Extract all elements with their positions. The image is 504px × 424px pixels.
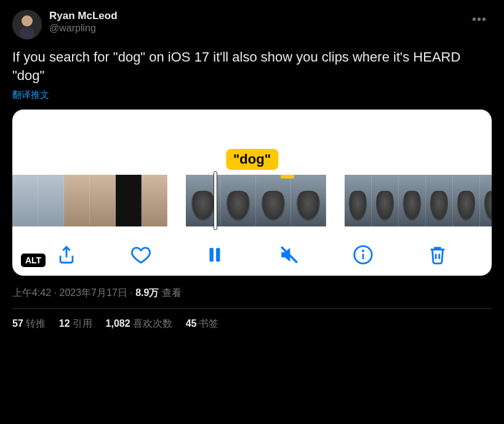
tweet-header: Ryan McLeod @warpling ••• xyxy=(12,10,492,39)
user-info[interactable]: Ryan McLeod @warpling xyxy=(49,10,460,34)
clip-thumbnail xyxy=(12,175,38,226)
bookmarks-stat[interactable]: 45书签 xyxy=(186,318,219,330)
svg-point-1 xyxy=(22,15,33,26)
playhead-indicator[interactable] xyxy=(214,171,217,230)
tweet-time: 上午4:42 xyxy=(12,287,51,298)
clip-thumbnail xyxy=(480,175,492,226)
likes-stat[interactable]: 1,082喜欢次数 xyxy=(106,318,172,330)
caption-marker xyxy=(281,175,294,178)
tweet-meta[interactable]: 上午4:42 · 2023年7月17日 · 8.9万 查看 xyxy=(12,287,492,300)
svg-rect-3 xyxy=(210,248,214,262)
clip-group[interactable] xyxy=(186,175,326,226)
share-icon[interactable] xyxy=(55,244,78,266)
user-handle: @warpling xyxy=(49,22,460,34)
clip-thumbnail xyxy=(372,175,399,226)
clip-thumbnail xyxy=(291,175,326,226)
clip-thumbnail xyxy=(64,175,90,226)
tweet-container: Ryan McLeod @warpling ••• If you search … xyxy=(0,0,504,338)
tweet-text: If you search for "dog" on iOS 17 it'll … xyxy=(12,48,492,84)
quotes-stat[interactable]: 12引用 xyxy=(59,318,92,330)
clip-thumbnail xyxy=(345,175,372,226)
media-attachment[interactable]: "dog" xyxy=(12,110,492,276)
clip-thumbnail xyxy=(221,175,256,226)
pause-icon[interactable] xyxy=(204,244,226,266)
views-count: 8.9万 xyxy=(135,287,159,298)
search-caption-pill: "dog" xyxy=(226,149,278,170)
clip-thumbnail xyxy=(38,175,64,226)
mute-icon[interactable] xyxy=(278,244,300,266)
svg-point-8 xyxy=(363,250,364,251)
retweets-stat[interactable]: 57转推 xyxy=(12,318,46,330)
clip-thumbnail xyxy=(426,175,453,226)
clip-thumbnail xyxy=(256,175,291,226)
clip-thumbnail xyxy=(453,175,480,226)
clip-thumbnail xyxy=(399,175,426,226)
clip-group[interactable] xyxy=(12,175,167,226)
display-name: Ryan McLeod xyxy=(49,10,460,22)
trash-icon[interactable] xyxy=(426,244,449,266)
media-top: "dog" xyxy=(12,110,492,166)
views-label: 查看 xyxy=(159,287,181,298)
translate-link[interactable]: 翻译推文 xyxy=(12,89,49,101)
video-controls xyxy=(12,233,492,268)
svg-rect-2 xyxy=(20,27,34,39)
svg-rect-4 xyxy=(216,248,220,262)
tweet-date: 2023年7月17日 xyxy=(59,287,127,298)
heart-icon[interactable] xyxy=(130,244,152,266)
more-icon[interactable]: ••• xyxy=(467,10,492,29)
info-icon[interactable] xyxy=(352,244,374,266)
video-timeline[interactable] xyxy=(12,166,492,233)
clip-thumbnail xyxy=(90,175,116,226)
avatar[interactable] xyxy=(12,10,42,39)
tweet-stats: 57转推 12引用 1,082喜欢次数 45书签 xyxy=(12,309,492,330)
alt-badge[interactable]: ALT xyxy=(21,254,46,267)
clip-group[interactable] xyxy=(345,175,492,226)
clip-thumbnail xyxy=(142,175,167,226)
clip-thumbnail xyxy=(116,175,142,226)
